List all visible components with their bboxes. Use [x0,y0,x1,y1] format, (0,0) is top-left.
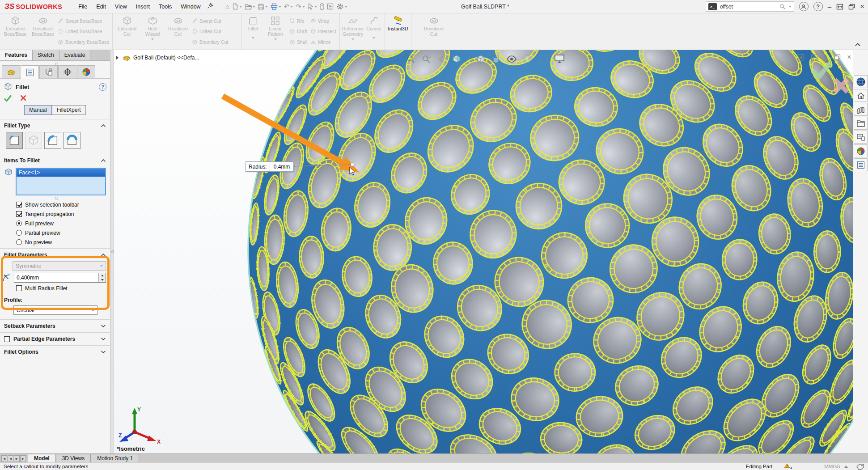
select-tool-button[interactable] [306,2,318,11]
section-view-icon[interactable] [452,54,462,64]
tab-scroll-prev-button[interactable]: ◀ [8,455,13,462]
zoom-to-area-icon[interactable] [421,54,431,64]
profile-dropdown[interactable]: Circular [13,305,97,315]
open-button[interactable] [243,3,257,11]
list-resize-grip[interactable] [0,195,110,200]
cancel-button[interactable] [20,94,27,102]
menu-view[interactable]: View [110,1,131,12]
tab-evaluate[interactable]: Evaluate [59,50,91,60]
ribbon-button-shell[interactable]: Shell [289,38,307,46]
ribbon-button-curves[interactable]: Curves [364,14,383,49]
home-icon[interactable] [854,89,868,102]
ribbon-button-draft[interactable]: Draft [289,28,307,35]
file-explorer-folder-icon[interactable] [854,117,868,130]
view-settings-monitor-icon[interactable] [554,54,565,64]
expand-arrow-icon[interactable] [116,55,121,60]
tab-propertymanager[interactable] [21,65,39,79]
performance-warning-icon[interactable] [784,463,793,470]
zoom-to-fit-icon[interactable] [406,54,415,64]
stretch-window-button[interactable] [836,4,843,10]
full-round-fillet-button[interactable] [64,132,80,149]
selection-list[interactable]: Face<1> [16,168,106,195]
ribbon-button-revolved-cut[interactable]: Revolved Cut [165,14,191,49]
ribbon-button-swept-boss-base[interactable]: Swept Boss/Base [58,17,109,25]
radius-input[interactable] [14,273,98,282]
mouse-gesture-icon[interactable] [318,2,326,11]
redo-button[interactable]: ↷ [294,2,306,11]
home-button[interactable]: ⌂ [224,2,231,11]
ribbon-button-revolved-boss-base[interactable]: Revolved Boss/Base [29,14,57,49]
constant-size-fillet-button[interactable] [6,132,23,149]
restore-button[interactable] [848,4,855,10]
tag-icon[interactable] [856,463,864,470]
ribbon-button-wrap[interactable]: Wrap [310,17,336,25]
ribbon-button-swept-cut[interactable]: Swept Cut [192,17,237,25]
ribbon-button-extruded-cut[interactable]: Extruded Cut [114,14,140,49]
fillet-type-header[interactable]: Fillet Type [0,121,110,131]
items-to-fillet-header[interactable]: Items To Fillet [0,156,110,165]
linear-pattern-caret[interactable] [274,38,277,42]
symmetry-dropdown[interactable]: Symmetric [13,261,106,271]
fillet-parameters-header[interactable]: Fillet Parameters [0,250,110,260]
feature-tree-root-label[interactable]: Golf Ball (Default) <<Defa... [133,55,199,61]
next-pane-button[interactable] [811,54,818,61]
tab-model[interactable]: Model [28,454,56,462]
tab-scroll-next-button[interactable]: ▶ [14,455,20,462]
confirmation-corner-cancel[interactable] [831,76,851,96]
checkbox-tangent-propagation[interactable]: Tangent propagation [0,209,110,219]
solidworks-resources-icon[interactable] [854,75,868,88]
checkbox-multi-radius-fillet[interactable]: Multi Radius Fillet [0,284,110,293]
partial-edge-parameters-header[interactable]: Partial Edge Parameters [0,334,110,344]
ribbon-button-intersect[interactable]: Intersect [310,28,336,35]
previous-pane-button[interactable] [797,54,804,61]
ribbon-button-instant3d[interactable]: Instant3D [386,14,410,49]
panel-help-icon[interactable]: ? [99,83,106,91]
tab-configurationmanager[interactable] [39,65,58,78]
ok-button[interactable] [4,94,12,102]
ribbon-button-boundary-cut[interactable]: Boundary Cut [192,38,237,46]
edit-appearance-icon[interactable] [523,54,533,64]
pin-menu-icon[interactable] [207,3,213,10]
ribbon-button-reference-geometry[interactable]: Reference Geometry [341,14,364,49]
tab-displaymanager[interactable] [77,65,95,78]
ribbon-button-linear-pattern[interactable]: Linear Pattern [263,14,288,49]
menu-edit[interactable]: Edit [92,1,110,12]
panel-splitter-grip[interactable] [0,61,110,65]
variable-size-fillet-button[interactable] [25,132,42,149]
tab-featuremanager-tree[interactable] [2,65,20,78]
previous-view-icon[interactable] [437,55,446,64]
ribbon-button-revolved-cut-2[interactable]: Revolved Cut [413,14,455,49]
ribbon-button-mirror[interactable]: Mirror [310,38,336,46]
ribbon-button-hole-wizard[interactable]: Hole Wizard [140,14,165,49]
close-button[interactable]: × [860,2,864,11]
menu-window[interactable]: Window [176,1,205,12]
checkbox-icon[interactable] [4,336,10,342]
tab-scroll-first-button[interactable]: ◀ [1,455,7,462]
radius-callout[interactable]: Radius: 0.4mm [246,161,294,172]
ribbon-button-lofted-boss-base[interactable]: Lofted Boss/Base [58,28,109,35]
account-icon[interactable] [799,2,809,11]
radio-no-preview[interactable]: No preview [0,237,110,247]
menu-insert[interactable]: Insert [131,1,154,12]
golf-ball-model[interactable] [114,50,853,453]
confirmation-corner-ok[interactable] [810,60,833,80]
menu-file[interactable]: File [74,1,92,12]
options-gear-button[interactable] [335,2,349,11]
panel-viewport-splitter[interactable] [110,50,114,453]
appearances-scenes-icon[interactable] [854,144,868,157]
manual-mode-button[interactable]: Manual [24,105,51,115]
properties-button[interactable] [326,2,335,11]
search-scope-caret[interactable] [789,6,792,9]
tab-scroll-last-button[interactable]: ▶ [20,455,26,462]
ribbon-button-extruded-boss-base[interactable]: Extruded Boss/Base [1,14,29,49]
undo-button[interactable]: ↶ [283,2,295,11]
new-document-button[interactable] [231,2,243,11]
save-button[interactable] [257,3,269,11]
radio-full-preview[interactable]: Full preview [0,219,110,228]
tab-sketch[interactable]: Sketch [33,50,59,60]
apply-scene-icon[interactable] [538,55,548,64]
units-caret-icon[interactable] [844,464,848,468]
document-minimize-button[interactable]: – [824,54,828,61]
ribbon-button-boundary-boss-base[interactable]: Boundary Boss/Base [58,38,109,46]
document-close-button[interactable]: × [847,53,851,61]
